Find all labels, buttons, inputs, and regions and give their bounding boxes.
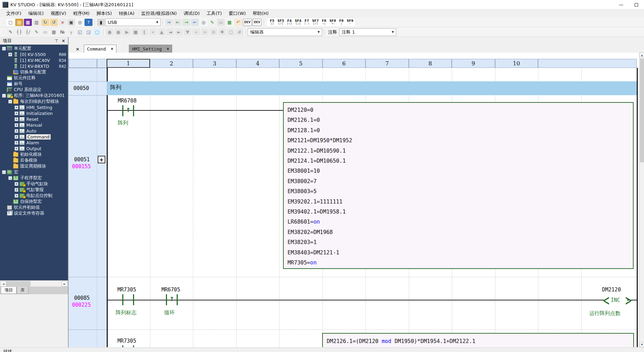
- clear-device-icon[interactable]: ▭: [217, 19, 225, 26]
- scroll-down-icon[interactable]: ▼: [639, 342, 644, 347]
- b-contact-icon[interactable]: ┤/: [24, 28, 32, 36]
- tree-item[interactable]: +Auto: [0, 128, 68, 134]
- tree-item[interactable]: 软元件初始值: [0, 205, 68, 210]
- calc-icon[interactable]: #: [236, 28, 244, 36]
- grid-column-header-8[interactable]: 8: [409, 59, 452, 68]
- expand-icon[interactable]: +: [15, 188, 18, 192]
- fkey-button-sf4[interactable]: SF4┤↓├: [294, 18, 302, 26]
- contact-mr6705[interactable]: MR6705 ↑ 循环: [164, 287, 180, 316]
- tree-item[interactable]: -子程序型宏: [0, 175, 68, 181]
- no-exec-icon[interactable]: ⊘: [210, 28, 218, 36]
- tree-item[interactable]: -宏: [0, 169, 68, 175]
- open-transfer-icon[interactable]: ↻: [41, 19, 49, 26]
- tree-item[interactable]: -每次扫描执行型模块: [0, 99, 68, 105]
- close-icon[interactable]: ×: [167, 46, 169, 51]
- tree-item[interactable]: 切换单元配置: [0, 69, 68, 75]
- tree-item[interactable]: +气缸警报: [0, 187, 68, 193]
- pause-hand-icon[interactable]: ✱: [218, 28, 226, 36]
- hscroll-thumb[interactable]: [6, 281, 30, 287]
- collapse-icon[interactable]: -: [2, 94, 6, 98]
- comment-set-select[interactable]: 注释 1 ▼: [339, 28, 396, 36]
- usb-connection-select[interactable]: USB ▼: [105, 18, 161, 26]
- window-add-icon[interactable]: ◱: [76, 28, 84, 36]
- editor-mode-select[interactable]: 编辑器 ▼: [248, 28, 322, 36]
- menu-item[interactable]: 程序(M): [70, 10, 93, 17]
- forward-icon[interactable]: »: [192, 28, 200, 36]
- tree-item[interactable]: 自保持型宏: [0, 199, 68, 205]
- menu-item[interactable]: 窗口(W): [225, 10, 249, 17]
- pin-icon[interactable]: ⊥: [53, 38, 60, 44]
- save-transfer-icon[interactable]: ↺: [50, 19, 58, 26]
- maximize-button[interactable]: [629, 0, 644, 9]
- tree-item[interactable]: +Output: [0, 146, 68, 152]
- tree-item[interactable]: 软元件注释: [0, 75, 68, 81]
- contact-mr7305-2[interactable]: MR7305: [121, 338, 136, 347]
- grid-column-header-5[interactable]: 5: [279, 59, 323, 68]
- close-icon[interactable]: ×: [111, 46, 113, 51]
- a-contact-icon[interactable]: ┤├: [15, 28, 23, 36]
- screen-icon[interactable]: ▢: [93, 28, 101, 36]
- monitor-icon[interactable]: ●: [114, 28, 122, 36]
- usb-device-icon[interactable]: ▮: [97, 19, 105, 26]
- dev-button-1[interactable]: DEV: [243, 19, 252, 26]
- new-file-icon[interactable]: ▢: [7, 19, 15, 26]
- device-usage-icon[interactable]: ▦: [226, 19, 233, 26]
- stop-icon[interactable]: ■: [132, 28, 140, 36]
- scroll-right-icon[interactable]: ►: [62, 281, 68, 287]
- expand-rung-button[interactable]: +: [98, 156, 105, 163]
- tree-item[interactable]: +Alarm: [0, 140, 68, 146]
- tree-item[interactable]: +电缸点位控制: [0, 193, 68, 199]
- menu-item[interactable]: 脚本(S): [93, 10, 115, 17]
- step-next-icon[interactable]: ►: [175, 28, 183, 36]
- project-tree-hscrollbar[interactable]: ◄ ►: [0, 280, 68, 287]
- coil-inc-dm2120[interactable]: DM2120 < INC > 运行阵列点数: [586, 287, 638, 318]
- fkey-button-f8[interactable]: F8─┐: [320, 18, 328, 26]
- tree-item[interactable]: +手动气缸块: [0, 181, 68, 187]
- tree-item[interactable]: +Manual: [0, 122, 68, 128]
- expand-icon[interactable]: +: [15, 129, 18, 133]
- expand-icon[interactable]: +: [15, 135, 18, 139]
- menu-item[interactable]: 编辑(E): [25, 10, 47, 17]
- fkey-button-sf7[interactable]: SF7(/): [311, 18, 320, 26]
- grid-column-header-1[interactable]: 1: [107, 59, 150, 68]
- print-icon[interactable]: ▣: [67, 19, 75, 26]
- transfer-undo-icon[interactable]: ↶: [234, 19, 242, 26]
- usage-window-icon[interactable]: ▦: [50, 28, 58, 36]
- delete-hmi-icon[interactable]: ×: [59, 19, 67, 26]
- fkey-button-sf8[interactable]: SF8└─: [328, 18, 337, 26]
- expand-icon[interactable]: +: [15, 147, 18, 151]
- collapse-icon[interactable]: -: [8, 176, 12, 180]
- script-box[interactable]: DM2120=0DM2126.1=0DM2128.1=0DM2121=DM195…: [283, 102, 634, 269]
- scan-up-icon[interactable]: ▲: [158, 28, 166, 36]
- step-back-icon[interactable]: ◄: [166, 28, 174, 36]
- save-project-icon[interactable]: ▦: [24, 19, 32, 26]
- open-project-icon[interactable]: ▤: [15, 19, 23, 26]
- fkey-button-f7[interactable]: F7( ): [302, 18, 311, 26]
- scroll-left-icon[interactable]: ◄: [0, 281, 6, 287]
- contact-mr6708[interactable]: MR6708 ↑ 阵列: [121, 98, 136, 124]
- grid-column-header-6[interactable]: 6: [323, 59, 366, 68]
- run-to-icon[interactable]: >: [201, 28, 209, 36]
- minimize-button[interactable]: —: [614, 0, 629, 9]
- tree-item[interactable]: +[0] KV-5500R00: [0, 52, 68, 57]
- instruction-box-icon[interactable]: ▭: [41, 28, 49, 36]
- menu-item[interactable]: 视图(V): [47, 10, 70, 17]
- tree-item[interactable]: 标号: [0, 81, 68, 87]
- expand-icon[interactable]: +: [15, 182, 18, 186]
- play-icon[interactable]: ▶: [123, 28, 131, 36]
- menu-item[interactable]: 帮助(H): [249, 10, 272, 17]
- project-tab-项目[interactable]: 项目: [1, 287, 17, 294]
- expand-icon[interactable]: +: [15, 194, 18, 198]
- editor-vscrollbar[interactable]: ▲ ▼: [639, 53, 644, 347]
- tree-item[interactable]: 后备模块: [0, 157, 68, 163]
- monitor-transfer-icon[interactable]: ⇒: [165, 19, 173, 26]
- fkey-button-f9[interactable]: F9│: [337, 18, 346, 26]
- tree-item[interactable]: 设定文件寄存器: [0, 210, 68, 216]
- fkey-button-sf9[interactable]: SF9┄: [346, 18, 354, 26]
- menu-item[interactable]: 调试(D): [180, 10, 203, 17]
- close-icon[interactable]: ×: [60, 38, 67, 44]
- collapse-icon[interactable]: -: [2, 170, 6, 174]
- tree-item[interactable]: +HMI_Setting: [0, 105, 68, 110]
- tree-item[interactable]: -程序: 三轴IAI丰达201601: [0, 93, 68, 99]
- menu-item[interactable]: 工具(T): [203, 10, 225, 17]
